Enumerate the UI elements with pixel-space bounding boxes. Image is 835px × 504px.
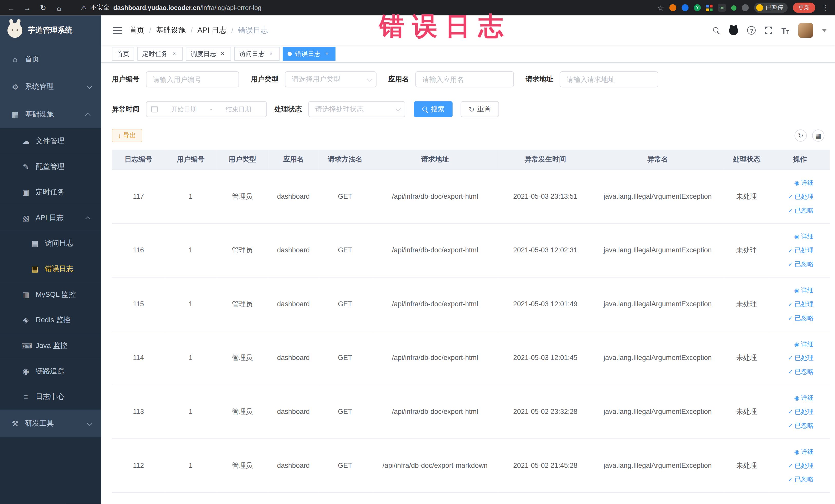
sidebar-toggle-button[interactable] bbox=[113, 27, 122, 34]
row-action-detail[interactable]: ◉详细 bbox=[794, 230, 814, 243]
cell-user-id: 1 bbox=[165, 331, 216, 385]
sidebar-item-error-log[interactable]: ▤ 错误日志 bbox=[0, 256, 101, 282]
cell-status: 未处理 bbox=[723, 277, 770, 331]
extension-icon[interactable]: Y bbox=[694, 4, 701, 11]
user-type-select[interactable]: 请选择用户类型 bbox=[285, 72, 376, 87]
tab-scheduled-jobs[interactable]: 定时任务 × bbox=[137, 47, 183, 61]
fullscreen-icon[interactable] bbox=[765, 27, 772, 34]
extension-icon[interactable] bbox=[731, 5, 736, 11]
row-action-processed[interactable]: ✓已处理 bbox=[788, 459, 814, 472]
row-action-detail[interactable]: ◉详细 bbox=[794, 391, 814, 404]
browser-home-icon[interactable]: ⌂ bbox=[53, 2, 65, 14]
sidebar-item-java-monitor[interactable]: ⌨ Java 监控 bbox=[0, 333, 101, 359]
cell-log-id: 113 bbox=[112, 385, 165, 439]
extension-on-badge[interactable]: on bbox=[718, 4, 726, 12]
font-size-icon[interactable]: TT bbox=[781, 26, 789, 35]
chevron-down-icon[interactable] bbox=[822, 29, 827, 32]
sidebar-item-system-management[interactable]: ⚙ 系统管理 bbox=[0, 73, 101, 101]
search-button[interactable]: 搜索 bbox=[414, 101, 452, 117]
row-action-ignored[interactable]: ✓已忽略 bbox=[788, 419, 814, 432]
request-url-input[interactable] bbox=[559, 72, 658, 87]
eye-icon: ◉ bbox=[794, 284, 799, 297]
breadcrumb-item-api-logs[interactable]: API 日志 bbox=[197, 26, 226, 35]
browser-reload-icon[interactable]: ↻ bbox=[37, 2, 49, 14]
sidebar-item-label: 系统管理 bbox=[25, 82, 54, 92]
row-action-detail[interactable]: ◉详细 bbox=[794, 337, 814, 350]
row-action-ignored[interactable]: ✓已忽略 bbox=[788, 204, 814, 217]
gear-icon: ⚙ bbox=[11, 83, 20, 91]
tab-home[interactable]: 首页 bbox=[112, 47, 134, 61]
tab-close-icon[interactable]: × bbox=[267, 50, 274, 58]
sidebar-item-home[interactable]: ⌂ 首页 bbox=[0, 45, 101, 73]
row-action-detail[interactable]: ◉详细 bbox=[794, 284, 814, 297]
row-action-processed[interactable]: ✓已处理 bbox=[788, 244, 814, 257]
paused-badge[interactable]: 已暂停 bbox=[754, 3, 788, 13]
cell-status: 未处理 bbox=[723, 385, 770, 439]
sidebar-item-config-management[interactable]: ✎ 配置管理 bbox=[0, 154, 101, 180]
row-action-processed[interactable]: ✓已处理 bbox=[788, 351, 814, 364]
app-name-input[interactable] bbox=[415, 72, 514, 87]
sidebar-item-access-log[interactable]: ▤ 访问日志 bbox=[0, 230, 101, 256]
help-icon[interactable]: ? bbox=[747, 26, 756, 35]
avatar[interactable] bbox=[798, 23, 813, 38]
browser-menu-icon[interactable]: ⋮ bbox=[821, 4, 830, 12]
tab-close-icon[interactable]: × bbox=[323, 50, 331, 58]
sidebar-item-log-center[interactable]: ≡ 日志中心 bbox=[0, 384, 101, 410]
sidebar-item-dev-tools[interactable]: ⚒ 研发工具 bbox=[0, 409, 101, 437]
sidebar-item-link-tracing[interactable]: ◉ 链路追踪 bbox=[0, 358, 101, 384]
date-range-picker[interactable]: 开始日期 - 结束日期 bbox=[146, 101, 267, 117]
row-action-ignored[interactable]: ✓已忽略 bbox=[788, 473, 814, 485]
address-bar[interactable]: ⚠ 不安全 dashboard.yudao.iocoder.cn/infra/l… bbox=[69, 3, 653, 12]
breadcrumb-item-infrastructure[interactable]: 基础设施 bbox=[156, 26, 186, 35]
cell-actions: ◉详细 ✓已处理 ✓已忽略 bbox=[770, 385, 830, 439]
sidebar-item-api-logs[interactable]: ▧ API 日志 bbox=[0, 205, 101, 231]
extension-icon[interactable] bbox=[669, 4, 676, 11]
column-settings-button[interactable]: ▦ bbox=[812, 129, 824, 142]
export-button[interactable]: ↓ 导出 bbox=[112, 129, 142, 142]
reset-button[interactable]: ↻ 重置 bbox=[461, 101, 499, 117]
cell-method: GET bbox=[319, 438, 372, 492]
search-icon[interactable] bbox=[713, 27, 720, 34]
tab-schedule-log[interactable]: 调度日志 × bbox=[186, 47, 231, 61]
tab-error-log[interactable]: 错误日志 × bbox=[283, 47, 335, 61]
cell-user-id: 1 bbox=[165, 385, 216, 439]
table-row: 113 1 管理员 dashboard GET /api/infra/db-do… bbox=[112, 385, 830, 439]
cell-user-type: 管理员 bbox=[216, 385, 268, 439]
sidebar-item-mysql-monitor[interactable]: ▥ MySQL 监控 bbox=[0, 282, 101, 307]
cell-status: 未处理 bbox=[723, 223, 770, 277]
row-action-processed[interactable]: ✓已处理 bbox=[788, 190, 814, 203]
user-id-input[interactable] bbox=[146, 72, 239, 87]
row-action-ignored[interactable]: ✓已忽略 bbox=[788, 311, 814, 324]
document-icon: ▤ bbox=[30, 239, 39, 248]
extension-pin-icon[interactable] bbox=[742, 4, 749, 11]
bookmark-star-icon[interactable]: ☆ bbox=[657, 3, 664, 12]
cell-actions: ◉详细 ✓已处理 ✓已忽略 bbox=[770, 331, 830, 385]
tab-access-log[interactable]: 访问日志 × bbox=[235, 47, 280, 61]
sidebar-item-infrastructure[interactable]: ▦ 基础设施 bbox=[0, 101, 101, 128]
browser-update-button[interactable]: 更新 bbox=[793, 3, 815, 13]
row-action-detail[interactable]: ◉详细 bbox=[794, 445, 814, 458]
eye-icon: ◉ bbox=[794, 230, 799, 243]
row-action-ignored[interactable]: ✓已忽略 bbox=[788, 258, 814, 270]
sidebar-item-redis-monitor[interactable]: ◈ Redis 监控 bbox=[0, 307, 101, 333]
sidebar-item-file-management[interactable]: ☁ 文件管理 bbox=[0, 128, 101, 154]
refresh-button[interactable]: ↻ bbox=[794, 129, 807, 142]
row-action-detail[interactable]: ◉详细 bbox=[794, 176, 814, 189]
url-text: dashboard.yudao.iocoder.cn/infra/log/api… bbox=[113, 4, 261, 12]
github-icon[interactable] bbox=[729, 26, 738, 35]
row-action-processed[interactable]: ✓已处理 bbox=[788, 298, 814, 310]
tab-close-icon[interactable]: × bbox=[219, 50, 226, 58]
cell-exception-time: 2021-05-02 21:45:28 bbox=[498, 438, 592, 492]
search-icon bbox=[422, 106, 428, 113]
browser-back-icon[interactable]: ← bbox=[5, 2, 17, 14]
extension-grid-icon[interactable] bbox=[706, 5, 713, 11]
extension-icon[interactable] bbox=[682, 4, 689, 11]
row-action-ignored[interactable]: ✓已忽略 bbox=[788, 365, 814, 378]
eye-icon: ◉ bbox=[794, 337, 799, 350]
process-status-select[interactable]: 请选择处理状态 bbox=[308, 101, 405, 117]
sidebar-item-scheduled-jobs[interactable]: ▣ 定时任务 bbox=[0, 180, 101, 205]
row-action-processed[interactable]: ✓已处理 bbox=[788, 405, 814, 418]
breadcrumb-item-home[interactable]: 首页 bbox=[129, 26, 144, 35]
tab-close-icon[interactable]: × bbox=[170, 50, 178, 58]
browser-forward-icon[interactable]: → bbox=[21, 2, 33, 14]
